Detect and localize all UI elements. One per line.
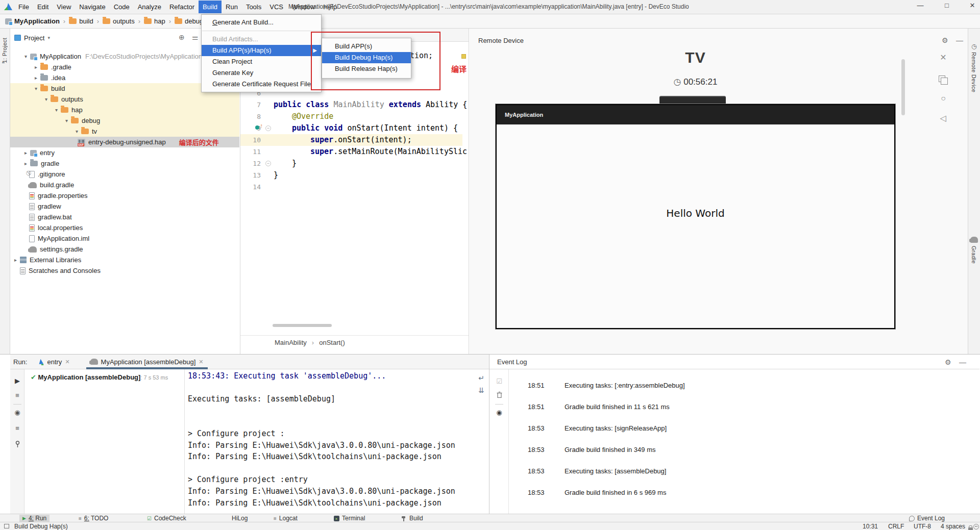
tree-row-hap[interactable]: ▾ hap bbox=[10, 105, 239, 115]
override-marker-icon[interactable] bbox=[255, 125, 259, 130]
gear-icon[interactable]: ⚙ bbox=[945, 358, 951, 366]
tree-row-iml[interactable]: MyApplication.iml bbox=[10, 233, 239, 244]
trash-icon[interactable] bbox=[489, 391, 509, 398]
window-close-button[interactable]: ✕ bbox=[965, 2, 980, 9]
close-icon[interactable]: ✕ bbox=[199, 359, 203, 365]
event-log-entry[interactable]: 18:51Executing tasks: [:entry:assembleDe… bbox=[528, 382, 685, 389]
tree-row-tv[interactable]: ▾ tv bbox=[10, 126, 239, 137]
breadcrumb-method[interactable]: onStart() bbox=[319, 339, 345, 346]
scroll-to-end-icon[interactable]: ⇊ bbox=[476, 386, 486, 394]
window-minimize-button[interactable]: — bbox=[913, 2, 928, 9]
tree-row-build-gradle[interactable]: build.gradle bbox=[10, 180, 239, 190]
tool-window-button-run[interactable]: ▶ 4: Run bbox=[19, 515, 50, 522]
tree-row-gradle-properties[interactable]: gradle.properties bbox=[10, 190, 239, 201]
breadcrumb-debug[interactable]: debug bbox=[185, 17, 203, 25]
tree-row-outputs[interactable]: ▾ outputs bbox=[10, 94, 239, 105]
tool-window-button-codecheck[interactable]: ☑ CodeCheck bbox=[144, 515, 189, 522]
tool-window-tab-remote-device[interactable]: Remote Device bbox=[971, 52, 977, 92]
expand-arrow-icon[interactable]: ▸ bbox=[21, 161, 30, 166]
indent-indicator[interactable]: 4 spaces bbox=[941, 523, 965, 530]
rerun-icon[interactable]: ▶ bbox=[10, 377, 24, 385]
line-ending-indicator[interactable]: CRLF bbox=[888, 523, 904, 530]
close-icon[interactable]: ✕ bbox=[65, 359, 69, 365]
menu-view[interactable]: View bbox=[53, 1, 75, 13]
minimize-icon[interactable]: — bbox=[959, 358, 966, 366]
menu-navigate[interactable]: Navigate bbox=[75, 1, 109, 13]
tree-row-gradlew[interactable]: gradlew bbox=[10, 201, 239, 212]
menu-tools[interactable]: Tools bbox=[242, 1, 265, 13]
tree-row-entry[interactable]: ▸ entry bbox=[10, 147, 239, 158]
expand-arrow-icon[interactable]: ▸ bbox=[32, 64, 40, 70]
pin-icon[interactable] bbox=[10, 441, 24, 447]
event-log-entry[interactable]: 18:53Executing tasks: [signReleaseApp] bbox=[528, 424, 667, 432]
soft-wrap-icon[interactable]: ≡ bbox=[10, 424, 24, 432]
expand-arrow-icon[interactable]: ▸ bbox=[21, 150, 30, 156]
tool-window-button-todo[interactable]: ≡ 6: TODO bbox=[76, 515, 111, 522]
inspect-icon[interactable]: ◉ bbox=[10, 409, 24, 416]
expand-arrow-icon[interactable]: ▾ bbox=[52, 107, 61, 113]
caret-position[interactable]: 10:31 bbox=[863, 523, 878, 530]
breadcrumb-hap[interactable]: hap bbox=[154, 17, 165, 25]
event-log-entry[interactable]: 18:53Gradle build finished in 349 ms bbox=[528, 446, 656, 453]
run-tab-myapplication[interactable]: MyApplication [assembleDebug] ✕ bbox=[85, 355, 209, 369]
menu-edit[interactable]: Edit bbox=[33, 1, 53, 13]
horizontal-scrollbar[interactable] bbox=[273, 324, 332, 327]
tool-window-button-build[interactable]: Build bbox=[398, 515, 426, 522]
tree-row-settings-gradle[interactable]: settings.gradle bbox=[10, 244, 239, 255]
event-log-entry[interactable]: 18:53Executing tasks: [assembleDebug] bbox=[528, 467, 666, 475]
panel-divider[interactable] bbox=[184, 369, 185, 514]
tree-row-gradle-folder[interactable]: ▸ gradle bbox=[10, 158, 239, 169]
menu-run[interactable]: Run bbox=[222, 1, 242, 13]
fold-icon[interactable]: − bbox=[265, 125, 271, 131]
project-view-selector[interactable]: Project bbox=[24, 34, 44, 42]
user-icon[interactable] bbox=[973, 524, 979, 529]
run-tab-entry[interactable]: entry ✕ bbox=[32, 355, 75, 369]
tool-window-button-hilog[interactable]: HiLog bbox=[229, 515, 251, 522]
tree-row-local-properties[interactable]: local.properties bbox=[10, 222, 239, 233]
expand-arrow-icon[interactable]: ▾ bbox=[21, 54, 30, 59]
warning-stripe-marker[interactable] bbox=[461, 54, 466, 59]
panel-scrollbar[interactable] bbox=[901, 59, 905, 115]
tree-row-scratches[interactable]: Scratches and Consoles bbox=[10, 265, 239, 276]
run-tree-node[interactable]: ✔ MyApplication [assembleDebug]: 7 s 53 … bbox=[31, 373, 168, 381]
tool-window-tab-project[interactable]: 1: Project bbox=[2, 38, 8, 63]
tool-window-button-event-log[interactable]: Event Log bbox=[906, 515, 948, 522]
menu-analyze[interactable]: Analyze bbox=[134, 1, 165, 13]
menu-item-generate-key[interactable]: Generate Key bbox=[202, 67, 321, 79]
tree-row-debug[interactable]: ▾ debug bbox=[10, 115, 239, 126]
window-maximize-button[interactable]: □ bbox=[939, 2, 954, 9]
menu-vcs[interactable]: VCS bbox=[265, 1, 287, 13]
gear-icon[interactable]: ⚙ bbox=[942, 36, 948, 44]
tree-row-external-libraries[interactable]: ▸ External Libraries bbox=[10, 255, 239, 265]
menu-build[interactable]: Build bbox=[199, 1, 222, 13]
breadcrumb-class[interactable]: MainAbility bbox=[275, 339, 307, 346]
emulator-screen[interactable]: MyApplication Hello World bbox=[496, 104, 895, 329]
tree-row-gitignore[interactable]: .gitignore bbox=[10, 169, 239, 180]
event-log-entry[interactable]: 18:51Gradle build finished in 11 s 621 m… bbox=[528, 403, 670, 411]
device-back-icon[interactable]: ◁ bbox=[937, 113, 949, 123]
lock-icon[interactable] bbox=[968, 527, 973, 530]
locate-file-icon[interactable]: ⊕ bbox=[179, 33, 185, 41]
expand-arrow-icon[interactable]: ▾ bbox=[42, 96, 51, 102]
filter-icon[interactable]: ◉ bbox=[489, 409, 509, 416]
event-log-entry[interactable]: 18:53Gradle build finished in 6 s 969 ms bbox=[528, 489, 666, 496]
menu-item-build-app-hap[interactable]: Build APP(s)/Hap(s) ▶ bbox=[202, 45, 321, 56]
tool-window-button-logcat[interactable]: ≡ Logcat bbox=[271, 515, 301, 522]
breadcrumb-project[interactable]: MyApplication bbox=[14, 17, 60, 25]
breadcrumb-outputs[interactable]: outputs bbox=[113, 17, 135, 25]
device-rotate-icon[interactable] bbox=[939, 75, 945, 82]
expand-arrow-icon[interactable]: ▸ bbox=[11, 257, 20, 263]
fold-icon[interactable]: − bbox=[265, 161, 271, 166]
device-close-icon[interactable]: ✕ bbox=[937, 53, 949, 62]
minimize-icon[interactable]: — bbox=[956, 36, 963, 44]
expand-arrow-icon[interactable]: ▾ bbox=[62, 118, 71, 123]
expand-arrow-icon[interactable]: ▾ bbox=[72, 129, 81, 134]
menu-item-generate-ant-build[interactable]: Generate Ant Build... bbox=[202, 17, 321, 28]
menu-item-clean-project[interactable]: Clean Project bbox=[202, 56, 321, 67]
device-home-icon[interactable]: ○ bbox=[937, 94, 949, 103]
soft-wrap-icon[interactable]: ↵ bbox=[476, 374, 486, 382]
collapse-all-icon[interactable]: ⚌ bbox=[192, 33, 199, 41]
menu-item-generate-certificate[interactable]: Generate Certificate Request File bbox=[202, 79, 321, 90]
expand-arrow-icon[interactable]: ▾ bbox=[32, 86, 40, 91]
tree-row-gradlew-bat[interactable]: gradlew.bat bbox=[10, 212, 239, 222]
